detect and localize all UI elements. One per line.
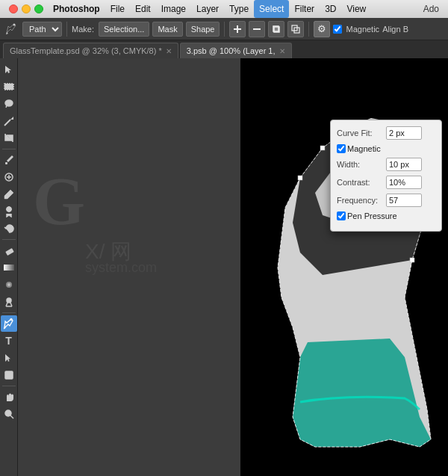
svg-line-10 — [6, 105, 7, 108]
menu-select[interactable]: Select — [254, 0, 289, 18]
type-tool[interactable]: T — [1, 333, 17, 349]
menu-file[interactable]: File — [105, 0, 130, 18]
separator-3 — [308, 22, 309, 37]
svg-line-30 — [10, 415, 13, 418]
watermark-g: G — [33, 163, 85, 240]
intersect-path-icon[interactable] — [268, 21, 284, 37]
zoom-tool[interactable] — [1, 406, 17, 422]
curve-fit-input[interactable] — [386, 126, 422, 140]
svg-rect-32 — [298, 176, 302, 180]
shape-button[interactable]: Shape — [186, 22, 220, 37]
magnetic-checkbox-options[interactable] — [333, 25, 342, 34]
svg-rect-23 — [4, 265, 14, 271]
contrast-input[interactable] — [386, 176, 422, 189]
svg-point-17 — [7, 207, 11, 211]
path-select-tool[interactable] — [1, 350, 17, 366]
exclude-path-icon[interactable] — [287, 21, 304, 37]
svg-rect-3 — [253, 28, 261, 30]
watermark-system: system.com — [85, 260, 157, 276]
gear-settings-button[interactable]: ⚙ — [314, 21, 330, 37]
curve-fit-row: Curve Fit: — [337, 126, 435, 140]
svg-rect-28 — [5, 371, 13, 379]
brush-tool[interactable] — [1, 186, 17, 203]
pen-tool-icon — [3, 21, 19, 37]
tool-sep-2 — [2, 239, 16, 240]
tab-3psb-close[interactable]: ✕ — [279, 47, 285, 55]
pen-pressure-checkbox[interactable] — [337, 211, 346, 220]
width-input[interactable] — [386, 158, 422, 171]
menu-type[interactable]: Type — [224, 0, 254, 18]
blur-tool[interactable] — [1, 276, 17, 293]
zoom-button[interactable] — [34, 4, 43, 13]
eyedropper-tool[interactable] — [1, 152, 17, 168]
svg-point-0 — [13, 23, 16, 25]
svg-rect-33 — [320, 146, 325, 150]
minimize-button[interactable] — [22, 4, 31, 13]
magnetic-checkbox-label: Magnetic — [347, 144, 381, 153]
svg-point-26 — [7, 298, 11, 303]
add-path-icon[interactable] — [229, 21, 246, 37]
subtract-path-icon[interactable] — [249, 21, 265, 37]
magnetic-checkbox[interactable] — [337, 144, 346, 153]
history-tool[interactable] — [1, 220, 17, 237]
make-label: Make: — [72, 25, 94, 34]
tab-bar: GlassTemplate.psd @ 32% (3, CMYK/8) * ✕ … — [0, 40, 448, 58]
clone-tool[interactable] — [1, 203, 17, 220]
separator-1 — [66, 22, 67, 37]
svg-rect-22 — [5, 248, 14, 256]
menu-view[interactable]: View — [341, 0, 371, 18]
path-type-dropdown[interactable]: Path — [22, 22, 62, 37]
hand-tool[interactable] — [1, 389, 17, 405]
pen-tool-btn[interactable] — [1, 315, 17, 332]
tool-sep-3 — [2, 312, 16, 313]
magic-wand-tool[interactable] — [1, 113, 17, 129]
menu-edit[interactable]: Edit — [130, 0, 156, 18]
contrast-label: Contrast: — [337, 178, 383, 187]
svg-rect-8 — [4, 84, 13, 90]
frequency-row: Frequency: — [337, 194, 435, 207]
popup-panel: Curve Fit: Magnetic Width: Contrast: Fre… — [330, 120, 442, 232]
tab-glass-template[interactable]: GlassTemplate.psd @ 32% (3, CMYK/8) * ✕ — [3, 43, 178, 58]
menubar-right-text: Ado — [423, 4, 444, 14]
svg-point-27 — [10, 318, 12, 321]
pen-pressure-row: Pen Pressure — [337, 211, 435, 220]
svg-line-11 — [4, 120, 10, 126]
canvas-left[interactable]: G X/ 网 system.com — [18, 58, 240, 476]
crop-tool[interactable] — [1, 130, 17, 146]
width-row: Width: — [337, 158, 435, 171]
gradient-tool[interactable] — [1, 259, 17, 276]
menu-photoshop[interactable]: Photoshop — [48, 0, 105, 18]
eraser-tool[interactable] — [1, 242, 17, 259]
separator-2 — [224, 22, 225, 37]
svg-rect-2 — [237, 25, 238, 33]
svg-point-9 — [5, 100, 13, 106]
traffic-lights — [4, 4, 48, 13]
menu-3d[interactable]: 3D — [320, 0, 341, 18]
menu-layer[interactable]: Layer — [191, 0, 224, 18]
svg-marker-12 — [10, 117, 13, 120]
marquee-tool[interactable] — [1, 78, 17, 95]
tab-3psb[interactable]: 3.psb @ 100% (Layer 1, ✕ — [180, 43, 292, 58]
lasso-tool[interactable] — [1, 96, 17, 112]
shape-tool-btn[interactable] — [1, 367, 17, 383]
menu-image[interactable]: Image — [156, 0, 191, 18]
svg-rect-13 — [5, 162, 7, 164]
close-button[interactable] — [9, 4, 18, 13]
tab-glass-label: GlassTemplate.psd @ 32% (3, CMYK/8) * — [10, 46, 162, 55]
heal-tool[interactable] — [1, 169, 17, 185]
tool-sep-4 — [2, 386, 16, 386]
contrast-row: Contrast: — [337, 176, 435, 189]
make-selection-button[interactable]: Selection... — [99, 22, 149, 37]
toolbar: T — [0, 58, 18, 476]
mask-button[interactable]: Mask — [152, 22, 182, 37]
dodge-tool[interactable] — [1, 294, 17, 310]
width-label: Width: — [337, 160, 383, 169]
tab-glass-close[interactable]: ✕ — [166, 47, 172, 55]
svg-point-29 — [5, 410, 11, 416]
frequency-input[interactable] — [386, 194, 422, 207]
align-label: Align B — [382, 25, 408, 34]
move-tool[interactable] — [1, 61, 17, 78]
menu-filter[interactable]: Filter — [289, 0, 320, 18]
tab-3psb-label: 3.psb @ 100% (Layer 1, — [187, 46, 276, 55]
magnetic-checkbox-group: Magnetic — [333, 25, 379, 34]
